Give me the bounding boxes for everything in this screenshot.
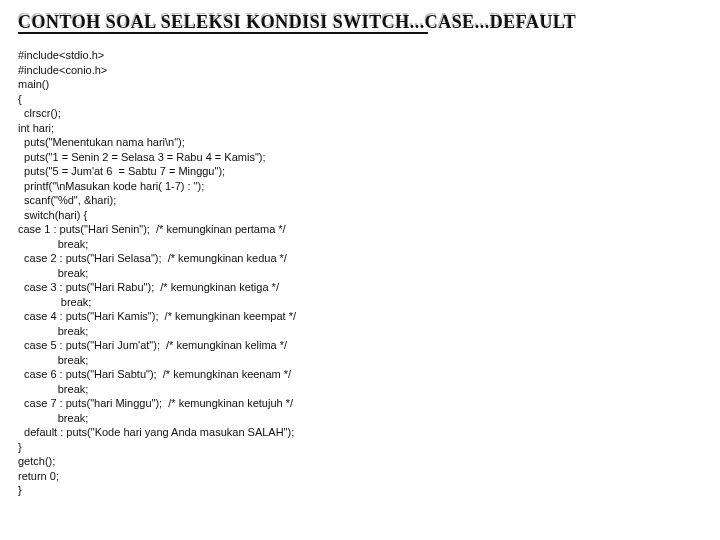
code-line: #include<conio.h> [18, 63, 702, 78]
code-line: { [18, 92, 702, 107]
title-block: CONTOH SOAL SELEKSI KONDISI SWITCH...CAS… [18, 12, 702, 42]
code-line: } [18, 483, 702, 498]
code-line: break; [18, 353, 702, 368]
code-line: case 7 : puts("hari Minggu"); /* kemungk… [18, 396, 702, 411]
code-line: break; [18, 324, 702, 339]
code-line: } [18, 440, 702, 455]
title-underline [18, 32, 428, 34]
code-line: break; [18, 266, 702, 281]
code-line: break; [18, 411, 702, 426]
code-line: main() [18, 77, 702, 92]
code-line: scanf("%d", &hari); [18, 193, 702, 208]
code-line: switch(hari) { [18, 208, 702, 223]
code-line: case 2 : puts("Hari Selasa"); /* kemungk… [18, 251, 702, 266]
code-line: case 6 : puts("Hari Sabtu"); /* kemungki… [18, 367, 702, 382]
code-line: puts("1 = Senin 2 = Selasa 3 = Rabu 4 = … [18, 150, 702, 165]
code-line: default : puts("Kode hari yang Anda masu… [18, 425, 702, 440]
code-line: puts("5 = Jum'at 6 = Sabtu 7 = Minggu"); [18, 164, 702, 179]
code-line: return 0; [18, 469, 702, 484]
code-line: break; [18, 295, 702, 310]
code-line: break; [18, 382, 702, 397]
code-line: puts("Menentukan nama hari\n"); [18, 135, 702, 150]
code-line: clrscr(); [18, 106, 702, 121]
code-line: #include<stdio.h> [18, 48, 702, 63]
code-line: printf("\nMasukan kode hari( 1-7) : "); [18, 179, 702, 194]
code-line: case 1 : puts("Hari Senin"); /* kemungki… [18, 222, 702, 237]
code-block: #include<stdio.h>#include<conio.h>main()… [18, 48, 702, 498]
code-line: case 3 : puts("Hari Rabu"); /* kemungkin… [18, 280, 702, 295]
title-text: CONTOH SOAL SELEKSI KONDISI SWITCH...CAS… [18, 12, 576, 33]
slide-page: CONTOH SOAL SELEKSI KONDISI SWITCH...CAS… [0, 0, 720, 508]
code-line: break; [18, 237, 702, 252]
code-line: case 5 : puts("Hari Jum'at"); /* kemungk… [18, 338, 702, 353]
code-line: getch(); [18, 454, 702, 469]
code-line: int hari; [18, 121, 702, 136]
code-line: case 4 : puts("Hari Kamis"); /* kemungki… [18, 309, 702, 324]
